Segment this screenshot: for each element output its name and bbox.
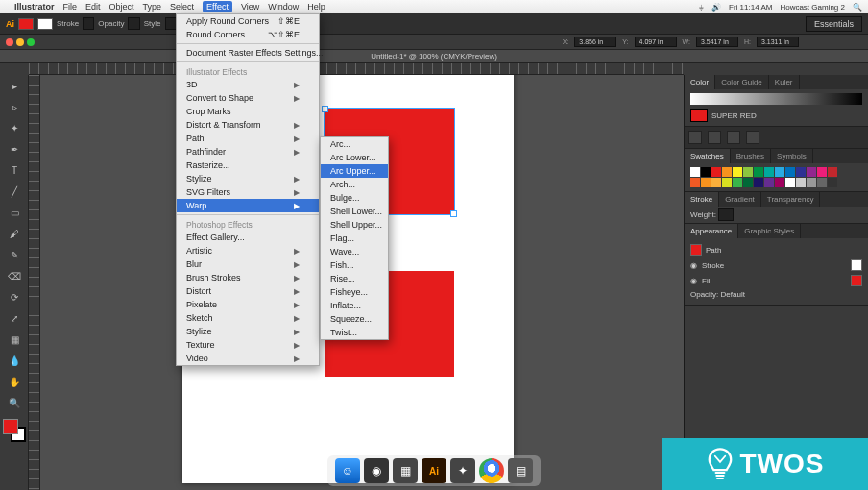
spotlight-icon[interactable]: 🔍 — [853, 3, 862, 12]
workspace-switcher[interactable]: Essentials — [806, 16, 862, 32]
tab-brushes[interactable]: Brushes — [731, 149, 771, 163]
direct-selection-tool[interactable]: ▹ — [2, 97, 27, 116]
tab-color[interactable]: Color — [685, 75, 715, 89]
dock-finder-icon[interactable]: ☺ — [335, 458, 360, 483]
swatch-cell[interactable] — [817, 178, 827, 187]
x-field[interactable]: 3.856 in — [574, 37, 616, 47]
warp-rise[interactable]: Rise... — [321, 272, 388, 285]
menu-3d[interactable]: 3D▶ — [177, 78, 319, 91]
dock-app-icon[interactable]: ▦ — [393, 458, 418, 483]
menu-pathfinder[interactable]: Pathfinder▶ — [177, 145, 319, 159]
swatch-cell[interactable] — [764, 167, 774, 177]
collapsed-icon-2[interactable] — [708, 131, 721, 144]
menu-blur[interactable]: Blur▶ — [177, 257, 319, 271]
current-color-swatch[interactable] — [690, 109, 708, 122]
warp-arc-lower[interactable]: Arc Lower... — [321, 151, 388, 164]
swatch-cell[interactable] — [828, 167, 837, 177]
pen-tool[interactable]: ✒ — [2, 139, 27, 159]
warp-fisheye[interactable]: Fisheye... — [321, 285, 388, 299]
warp-squeeze[interactable]: Squeeze... — [321, 312, 388, 326]
window-traffic-lights[interactable] — [6, 38, 35, 46]
menu-crop-marks[interactable]: Crop Marks — [177, 105, 319, 118]
swatch-cell[interactable] — [754, 167, 763, 177]
eyedropper-tool[interactable]: 💧 — [2, 351, 27, 370]
menu-warp[interactable]: Warp▶ — [177, 199, 319, 212]
menu-distort-ps[interactable]: Distort▶ — [177, 284, 319, 298]
tab-gradient[interactable]: Gradient — [719, 192, 761, 207]
swatch-cell[interactable] — [711, 178, 721, 187]
menu-stylize-ps[interactable]: Stylize▶ — [177, 325, 319, 338]
warp-twist[interactable]: Twist... — [321, 326, 388, 339]
menu-last-effect[interactable]: Round Corners...⌥⇧⌘E — [177, 28, 319, 41]
color-spectrum[interactable] — [690, 93, 862, 105]
swatch-cell[interactable] — [690, 167, 700, 177]
scale-tool[interactable]: ⤢ — [2, 308, 27, 328]
menu-doc-raster[interactable]: Document Raster Effects Settings... — [177, 46, 319, 60]
fill-stroke-indicator[interactable] — [3, 419, 26, 442]
menu-effect[interactable]: Effect — [203, 1, 232, 12]
menu-rasterize[interactable]: Rasterize... — [177, 159, 319, 172]
tab-kuler[interactable]: Kuler — [769, 75, 800, 89]
menu-convert-shape[interactable]: Convert to Shape▶ — [177, 91, 319, 105]
swatch-cell[interactable] — [764, 178, 774, 187]
swatch-cell[interactable] — [690, 178, 700, 187]
volume-icon[interactable]: 🔊 — [711, 3, 721, 12]
warp-arch[interactable]: Arch... — [321, 178, 388, 191]
swatch-cell[interactable] — [828, 178, 837, 187]
tab-stroke[interactable]: Stroke — [685, 192, 719, 207]
menu-object[interactable]: Object — [109, 2, 134, 12]
collapsed-icon-4[interactable] — [746, 131, 760, 144]
eraser-tool[interactable]: ⌫ — [2, 266, 27, 285]
menu-texture[interactable]: Texture▶ — [177, 338, 319, 352]
warp-arc-upper[interactable]: Arc Upper... — [321, 164, 388, 178]
tab-transparency[interactable]: Transparency — [761, 192, 821, 207]
swatch-cell[interactable] — [785, 178, 795, 187]
menu-sketch[interactable]: Sketch▶ — [177, 311, 319, 325]
swatch-cell[interactable] — [701, 178, 711, 187]
app-name-menu[interactable]: Illustrator — [14, 2, 55, 12]
swatch-grid[interactable] — [690, 167, 862, 187]
paintbrush-tool[interactable]: 🖌 — [2, 224, 27, 243]
collapsed-icon-3[interactable] — [727, 131, 740, 144]
w-field[interactable]: 3.5417 in — [696, 37, 738, 47]
fill-swatch[interactable] — [18, 18, 34, 30]
opacity-field[interactable] — [128, 17, 139, 30]
warp-flag[interactable]: Flag... — [321, 232, 388, 245]
ruler-horizontal[interactable] — [29, 63, 684, 75]
swatch-cell[interactable] — [796, 167, 806, 177]
document-tab[interactable]: Untitled-1* @ 100% (CMYK/Preview) — [0, 50, 868, 63]
swatch-cell[interactable] — [743, 178, 753, 187]
tab-appearance[interactable]: Appearance — [685, 224, 738, 238]
menu-apply-last[interactable]: Apply Round Corners⇧⌘E — [177, 14, 319, 28]
tab-graphic-styles[interactable]: Graphic Styles — [738, 224, 801, 238]
swatch-cell[interactable] — [722, 167, 732, 177]
rectangle-tool[interactable]: ▭ — [2, 203, 27, 222]
warp-fish[interactable]: Fish... — [321, 258, 388, 272]
swatch-cell[interactable] — [796, 178, 806, 187]
warp-wave[interactable]: Wave... — [321, 245, 388, 258]
ruler-vertical[interactable] — [29, 75, 40, 490]
menu-pixelate[interactable]: Pixelate▶ — [177, 298, 319, 311]
collapsed-icon-1[interactable] — [688, 131, 702, 144]
menu-artistic[interactable]: Artistic▶ — [177, 244, 319, 257]
warp-arc[interactable]: Arc... — [321, 137, 388, 151]
menu-video[interactable]: Video▶ — [177, 352, 319, 365]
tab-color-guide[interactable]: Color Guide — [715, 75, 769, 89]
swatch-cell[interactable] — [733, 178, 742, 187]
selection-tool[interactable]: ▸ — [2, 76, 27, 95]
dock-illustrator-icon[interactable]: Ai — [422, 458, 446, 483]
stroke-weight-field[interactable] — [718, 208, 734, 221]
y-field[interactable]: 4.097 in — [635, 37, 677, 47]
dock-app2-icon[interactable]: ✦ — [450, 458, 475, 483]
swatch-cell[interactable] — [701, 167, 711, 177]
rotate-tool[interactable]: ⟳ — [2, 287, 27, 306]
swatch-cell[interactable] — [711, 167, 721, 177]
swatch-cell[interactable] — [785, 167, 795, 177]
warp-shell-lower[interactable]: Shell Lower... — [321, 205, 388, 218]
dock-chrome-icon[interactable] — [479, 458, 504, 483]
swatch-cell[interactable] — [733, 167, 742, 177]
type-tool[interactable]: T — [2, 160, 27, 180]
zoom-tool[interactable]: 🔍 — [2, 393, 27, 412]
magic-wand-tool[interactable]: ✦ — [2, 118, 27, 137]
tab-swatches[interactable]: Swatches — [685, 149, 731, 163]
